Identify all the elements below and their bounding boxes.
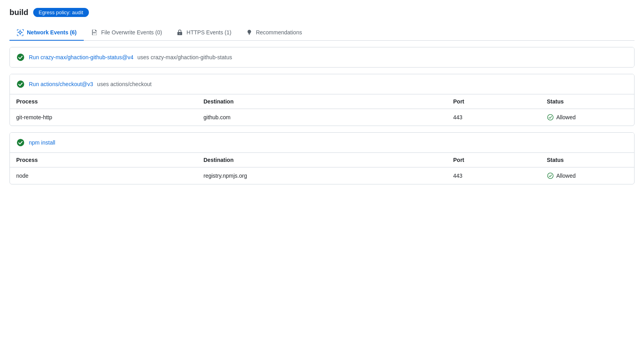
event-card-1: Run crazy-max/ghaction-github-status@v4 … (9, 47, 635, 68)
table-header-row: Process Destination Port Status (10, 94, 634, 109)
svg-point-9 (548, 173, 553, 179)
event-card-3: npm install Process Destination Port Sta… (9, 132, 635, 184)
page-wrapper: build Egress policy: audit Network Event… (0, 0, 644, 192)
svg-point-0 (19, 31, 21, 34)
col-header-process-2: Process (10, 153, 197, 167)
check-icon-2 (16, 80, 25, 88)
tab-recommendations[interactable]: Recommendations (239, 25, 309, 41)
cell-process: git-remote-http (10, 109, 197, 126)
content: Run crazy-max/ghaction-github-status@v4 … (9, 47, 635, 184)
cell-destination: registry.npmjs.org (197, 167, 447, 184)
tabs-container: Network Events (6) File Overwrite Events… (9, 25, 635, 41)
tab-network-events-label: Network Events (6) (27, 29, 77, 36)
col-header-process: Process (10, 94, 197, 109)
bulb-icon (246, 29, 253, 36)
event-card-2-table: Process Destination Port Status git-remo… (10, 94, 634, 126)
table-row: git-remote-http github.com 443 Allowed (10, 109, 634, 126)
svg-point-7 (548, 115, 553, 120)
cell-destination: github.com (197, 109, 447, 126)
check-icon-1 (16, 53, 25, 62)
svg-point-8 (17, 139, 24, 146)
event-card-2-header: Run actions/checkout@v3 uses actions/che… (10, 74, 634, 94)
event-card-2-link[interactable]: Run actions/checkout@v3 (29, 81, 93, 87)
check-icon-3 (16, 138, 25, 147)
col-header-port: Port (447, 94, 540, 109)
event-card-3-table: Process Destination Port Status node reg… (10, 152, 634, 184)
egress-badge: Egress policy: audit (33, 8, 89, 17)
check-outline-icon-2 (547, 172, 554, 179)
col-header-destination: Destination (197, 94, 447, 109)
tab-file-overwrite-label: File Overwrite Events (0) (101, 29, 162, 36)
header: build Egress policy: audit (9, 8, 635, 17)
file-icon (91, 29, 98, 36)
status-text: Allowed (556, 114, 576, 120)
event-card-1-link[interactable]: Run crazy-max/ghaction-github-status@v4 (29, 54, 134, 60)
table-header-row: Process Destination Port Status (10, 153, 634, 167)
svg-point-6 (17, 81, 24, 88)
event-card-1-uses: uses crazy-max/ghaction-github-status (137, 54, 232, 60)
event-card-2: Run actions/checkout@v3 uses actions/che… (9, 74, 635, 126)
tab-https-label: HTTPS Events (1) (186, 29, 232, 36)
table-row: node registry.npmjs.org 443 Allowed (10, 167, 634, 184)
svg-point-5 (17, 54, 24, 61)
tab-network-events[interactable]: Network Events (6) (9, 25, 84, 41)
event-card-1-header: Run crazy-max/ghaction-github-status@v4 … (10, 47, 634, 67)
event-card-2-uses: uses actions/checkout (97, 81, 152, 87)
cell-process: node (10, 167, 197, 184)
col-header-destination-2: Destination (197, 153, 447, 167)
cell-status: Allowed (540, 109, 634, 126)
tab-https-events[interactable]: HTTPS Events (1) (169, 25, 239, 41)
col-header-status: Status (540, 94, 634, 109)
tab-recommendations-label: Recommendations (256, 29, 302, 36)
event-card-3-header: npm install (10, 133, 634, 152)
lock-icon (176, 29, 183, 36)
tab-file-overwrite-events[interactable]: File Overwrite Events (0) (84, 25, 169, 41)
network-icon (17, 29, 24, 36)
event-card-3-link[interactable]: npm install (29, 139, 55, 146)
col-header-status-2: Status (540, 153, 634, 167)
build-title: build (9, 8, 28, 17)
col-header-port-2: Port (447, 153, 540, 167)
cell-status: Allowed (540, 167, 634, 184)
status-text-2: Allowed (556, 173, 576, 179)
cell-port: 443 (447, 167, 540, 184)
check-outline-icon (547, 114, 554, 121)
cell-port: 443 (447, 109, 540, 126)
